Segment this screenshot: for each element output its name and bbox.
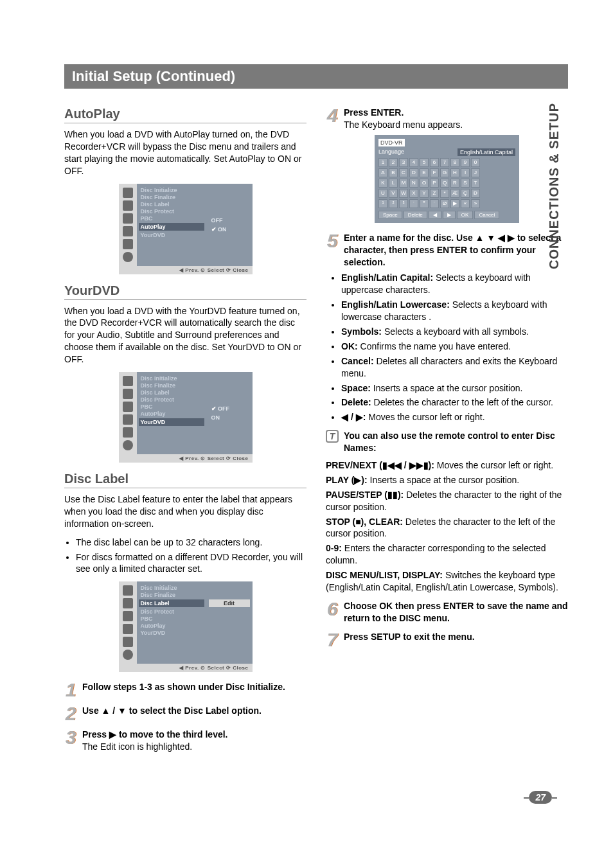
step-number-icon: 5 <box>326 232 339 269</box>
step-4-sub: The Keyboard menu appears. <box>344 120 463 130</box>
kb-row-5: ¹²³´º¨Ø▶«» <box>378 199 515 208</box>
page-number: 27 <box>529 791 552 804</box>
osd-item: AutoPlay <box>141 411 202 417</box>
osd-item: PBC <box>141 403 202 410</box>
kb-opt: Space: Inserts a space at the cursor pos… <box>341 382 568 394</box>
kb-key: G <box>440 168 449 177</box>
kb-key: ¹ <box>378 199 387 208</box>
kb-key: ¨ <box>430 199 439 208</box>
step-3: 3 Press ▶ to move to the third level.The… <box>64 729 306 753</box>
kb-key: P <box>430 179 439 188</box>
osd-item: Disc Finalize <box>141 194 202 200</box>
kb-key: W <box>399 189 408 198</box>
kb-key: 6 <box>430 158 439 167</box>
kb-key: B <box>389 168 398 177</box>
kb-key: º <box>420 199 429 208</box>
yourdvd-heading: YourDVD <box>64 283 306 300</box>
kb-opt: ◀ / ▶: Moves the cursor left or right. <box>341 411 568 423</box>
keyboard-options-list: English/Latin Capital: Selects a keyboar… <box>330 272 568 423</box>
kb-key: 1 <box>378 158 387 167</box>
bullet: For discs formatted on a different DVD R… <box>76 551 306 576</box>
step-4: 4 Press ENTER.The Keyboard menu appears. <box>326 107 568 131</box>
kb-bottom-key: Delete <box>404 211 427 219</box>
audio-icon <box>123 213 133 224</box>
autoplay-heading: AutoPlay <box>64 107 306 123</box>
autoplay-osd: Disc Initialize Disc Finalize Disc Label… <box>119 184 253 274</box>
step-number-icon: 6 <box>326 600 339 624</box>
kb-key: Z <box>430 189 439 198</box>
kb-key: Q <box>440 179 449 188</box>
osd-item: PBC <box>141 215 202 222</box>
left-column: AutoPlay When you load a DVD with AutoPl… <box>64 100 306 757</box>
disclabel-intro: Use the Disc Label feature to enter the … <box>64 493 306 530</box>
kb-key: ² <box>389 199 398 208</box>
remote-item: 0-9: Enters the character corresponding … <box>326 542 568 567</box>
osd-icon-rail <box>119 184 137 266</box>
kb-key: 7 <box>440 158 449 167</box>
osd-icon-rail <box>119 372 137 454</box>
step-2-text: Use ▲ / ▼ to select the Disc Label optio… <box>82 705 262 716</box>
step-1-text: Follow steps 1-3 as shown under Disc Ini… <box>82 682 285 692</box>
kb-key: ´ <box>409 199 418 208</box>
kb-key: I <box>461 168 470 177</box>
remote-item: PAUSE/STEP (▮▮): Deletes the character t… <box>326 489 568 513</box>
osd-item: Disc Initialize <box>141 375 202 382</box>
kb-key: K <box>378 179 387 188</box>
osd-menu-list: Disc Initialize Disc Finalize Disc Label… <box>137 581 206 664</box>
osd-item: Disc Protect <box>141 608 202 615</box>
osd-item: Disc Finalize <box>141 382 202 389</box>
kb-language-label: Language <box>378 148 404 156</box>
osd-icon-rail <box>119 581 137 664</box>
kb-bottom-key: Space <box>378 211 402 219</box>
video-icon <box>123 188 133 198</box>
disc-icon <box>123 252 133 262</box>
step-3-text: Press ▶ to move to the third level. <box>82 729 228 740</box>
kb-key: C <box>399 168 408 177</box>
step-4-text: Press ENTER. <box>344 107 404 118</box>
osd-footer: ◀ Prev. ⊙ Select ⟳ Close <box>119 266 253 274</box>
tip-icon: T <box>326 430 339 443</box>
osd-item: Disc Protect <box>141 208 202 215</box>
remote-item: PLAY (▶): Inserts a space at the cursor … <box>326 474 568 486</box>
audio-icon <box>123 402 133 412</box>
disclabel-osd: Disc Initialize Disc Finalize Disc Label… <box>119 581 253 672</box>
disclabel-bullets: The disc label can be up to 32 character… <box>64 536 306 576</box>
osd-item: PBC <box>141 616 202 622</box>
kb-key: U <box>378 189 387 198</box>
remote-item: DISC MENU/LIST, DISPLAY: Switches the ke… <box>326 569 568 594</box>
osd-item: YourDVD <box>141 630 202 636</box>
kb-bottom-key: OK <box>457 211 474 219</box>
step-number-icon: 2 <box>64 705 77 722</box>
kb-key: 5 <box>420 158 429 167</box>
osd-item: YourDVD <box>141 232 202 238</box>
kb-row-3: KLMNOPQRST <box>378 179 515 188</box>
step-6: 6 Choose OK then press ENTER to save the… <box>326 600 568 624</box>
kb-key: Æ <box>450 189 459 198</box>
remote-controls-list: PREV/NEXT (▮◀◀ / ▶▶▮): Moves the cursor … <box>326 459 568 594</box>
osd-item-selected: YourDVD <box>139 418 204 426</box>
kb-key: D <box>409 168 418 177</box>
chapter-icon <box>123 427 133 438</box>
remote-item: PREV/NEXT (▮◀◀ / ▶▶▮): Moves the cursor … <box>326 459 568 472</box>
right-column: 4 Press ENTER.The Keyboard menu appears.… <box>326 100 568 757</box>
kb-key: Y <box>420 189 429 198</box>
step-number-icon: 7 <box>326 631 339 648</box>
kb-bottom-key: ◀ <box>429 211 441 219</box>
chapter-icon <box>123 637 133 647</box>
kb-key: L <box>389 179 398 188</box>
step-5: 5 Enter a name for the disc. Use ▲ ▼ ◀ ▶… <box>326 232 568 269</box>
kb-opt: Symbols: Selects a keyboard with all sym… <box>341 326 568 338</box>
manual-page: CONNECTIONS & SETUP Initial Setup (Conti… <box>0 0 613 868</box>
video-icon <box>123 585 133 596</box>
kb-key: Ç <box>461 189 470 198</box>
timer-icon <box>123 226 133 236</box>
disc-icon <box>123 650 133 660</box>
kb-key: Ð <box>471 189 480 198</box>
option-on: ON <box>209 226 250 233</box>
timer-icon <box>123 624 133 634</box>
kb-key: * <box>440 189 449 198</box>
osd-menu-list: Disc Initialize Disc Finalize Disc Label… <box>137 184 206 266</box>
remote-item: STOP (■), CLEAR: Deletes the character t… <box>326 516 568 540</box>
kb-key: X <box>409 189 418 198</box>
kb-key: R <box>450 179 459 188</box>
